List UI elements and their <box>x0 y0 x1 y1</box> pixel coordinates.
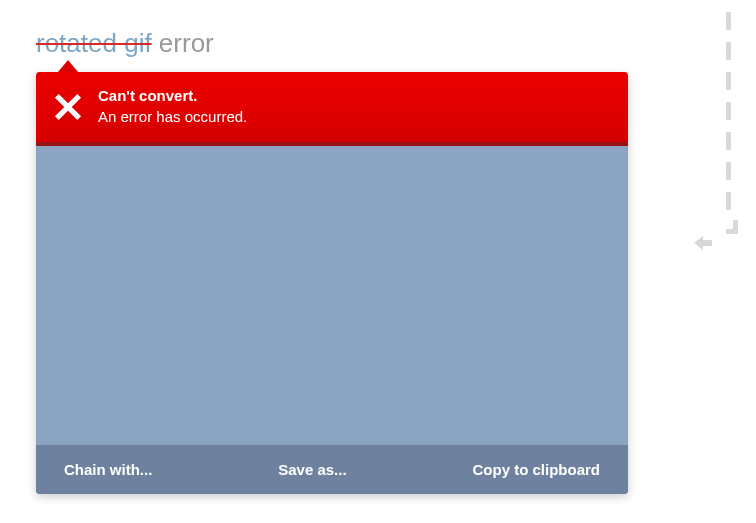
result-panel: Can't convert. An error has occurred. Ch… <box>36 72 628 494</box>
error-message: An error has occurred. <box>98 107 247 127</box>
title-struck-link[interactable]: rotated gif <box>36 28 152 58</box>
svg-marker-2 <box>694 236 712 250</box>
page-title: rotated gif error <box>36 28 214 59</box>
error-banner: Can't convert. An error has occurred. <box>36 72 628 146</box>
content-area <box>36 146 628 446</box>
error-x-icon <box>54 93 82 121</box>
crop-corner-icon <box>724 226 738 240</box>
arrow-left-icon <box>694 236 712 250</box>
chain-with-button[interactable]: Chain with... <box>64 461 152 478</box>
crop-guide-vertical <box>726 12 734 322</box>
copy-to-clipboard-button[interactable]: Copy to clipboard <box>472 461 600 478</box>
panel-pointer-arrow <box>58 60 78 72</box>
footer-toolbar: Chain with... Save as... Copy to clipboa… <box>36 445 628 494</box>
error-title: Can't convert. <box>98 86 247 106</box>
save-as-button[interactable]: Save as... <box>278 461 346 478</box>
error-text-block: Can't convert. An error has occurred. <box>98 86 247 128</box>
title-suffix: error <box>152 28 214 58</box>
